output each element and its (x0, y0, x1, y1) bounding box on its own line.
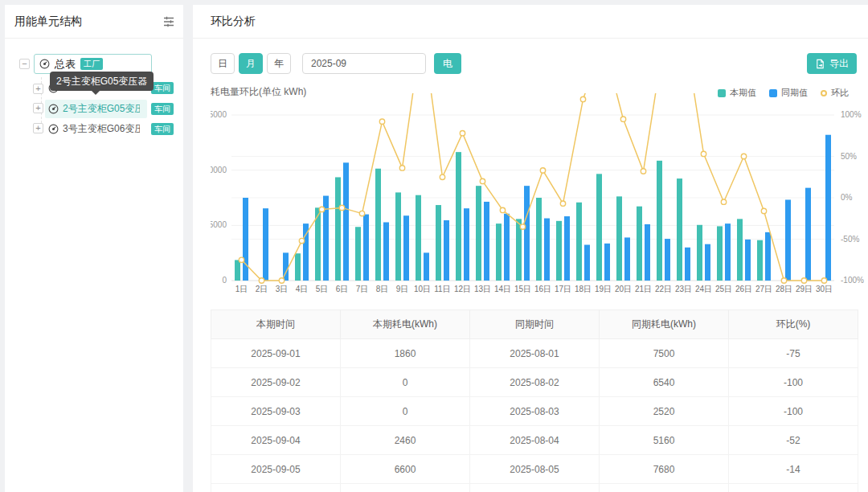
node-type-badge: 车间 (151, 103, 174, 115)
ratio-point (620, 117, 625, 121)
table-cell: 2025-09-05 (211, 455, 341, 484)
period-button[interactable]: 月 (239, 53, 263, 74)
svg-text:13日: 13日 (474, 285, 491, 293)
ratio-point (379, 119, 384, 124)
table-cell: 7500 (600, 339, 729, 368)
table-cell: -100 (729, 397, 858, 426)
svg-text:7日: 7日 (356, 285, 369, 293)
ratio-point (399, 166, 404, 170)
tree-node-transformer-g05[interactable]: 2号主变柜G05变压... 车间 (45, 100, 174, 118)
ratio-point (359, 211, 364, 215)
node-type-badge: 工厂 (80, 58, 103, 70)
export-button[interactable]: 导出 (807, 53, 857, 74)
tree-node-transformer-g06[interactable]: 3号主变柜G06变压... 车间 (45, 120, 174, 138)
tree-tooltip: 2号主变柜G05变压器 (50, 72, 154, 91)
expand-toggle[interactable]: + (33, 123, 43, 133)
table-cell: 5160 (600, 426, 729, 455)
comparison-chart[interactable]: 050001000015000-100%-50%0%50%100%1日2日3日4… (211, 84, 868, 299)
ratio-point (761, 208, 766, 213)
svg-text:1日: 1日 (235, 285, 248, 293)
svg-text:25日: 25日 (715, 285, 732, 293)
table-row: 2025-09-0202025-08-026540-100 (211, 368, 858, 397)
ratio-point (641, 169, 645, 174)
svg-text:20日: 20日 (615, 285, 632, 293)
ring-ratio-analysis-panel: 环比分析 日月年 电 导出 耗电量环比(单位 kWh) 本期值同期值环比 050… (193, 5, 868, 492)
ratio-point (801, 278, 806, 283)
table-cell: 0 (341, 368, 470, 397)
svg-text:23日: 23日 (675, 285, 692, 293)
table-cell: -52 (729, 426, 858, 455)
export-label: 导出 (829, 57, 849, 71)
table-cell: 2025-08-01 (470, 339, 600, 368)
svg-text:29日: 29日 (796, 285, 813, 293)
ratio-point (279, 278, 284, 283)
sidebar-title: 用能单元结构 (5, 5, 183, 39)
node-type-badge: 车间 (151, 123, 174, 135)
svg-text:16日: 16日 (534, 285, 551, 293)
svg-text:15日: 15日 (514, 285, 531, 293)
table-cell: 2460 (341, 426, 470, 455)
svg-text:14日: 14日 (494, 285, 511, 293)
ratio-point (239, 257, 244, 262)
table-cell: 2025-09-02 (211, 368, 341, 397)
filter-icon[interactable] (162, 15, 175, 28)
date-input[interactable] (302, 53, 426, 74)
bars-current-period (235, 152, 763, 281)
right-axis-labels: -100%-50%0%50%100% (841, 110, 864, 285)
period-button[interactable]: 年 (267, 53, 291, 74)
svg-text:3日: 3日 (276, 285, 289, 293)
svg-text:-50%: -50% (841, 235, 859, 244)
column-header: 本期耗电(kWh) (341, 310, 470, 339)
ratio-point (460, 131, 465, 136)
table-cell: 2025-09-03 (211, 397, 341, 426)
ratio-point (560, 201, 565, 206)
tree-node-label: 2号主变柜G05变压... (63, 102, 140, 116)
svg-text:0%: 0% (841, 193, 853, 202)
expand-toggle[interactable]: + (33, 103, 43, 113)
table-cell: -75 (729, 339, 858, 368)
table-cell: -100 (729, 368, 858, 397)
table-row: 2025-09-0693602025-08-0610680-12 (211, 484, 858, 492)
svg-text:24日: 24日 (695, 285, 712, 293)
energy-type-button[interactable]: 电 (434, 53, 461, 74)
table-row: 2025-09-0302025-08-032520-100 (211, 397, 858, 426)
svg-text:21日: 21日 (635, 285, 652, 293)
table-cell: 2025-09-01 (211, 339, 341, 368)
table-cell: -12 (729, 484, 858, 492)
meter-icon (39, 59, 50, 69)
svg-text:10000: 10000 (211, 166, 227, 174)
ratio-point (781, 278, 786, 283)
table-header-row: 本期时间 本期耗电(kWh) 同期时间 同期耗电(kWh) 环比(%) (211, 310, 858, 339)
svg-text:0: 0 (222, 276, 227, 285)
table-cell: 1860 (341, 339, 470, 368)
tree-node-label: 总表 (55, 57, 76, 72)
energy-unit-panel: 用能单元结构 − 总表 工厂 + 车间 + 2号主变柜G05变压... 车间 + (5, 5, 183, 492)
meter-icon (48, 124, 59, 134)
svg-text:10日: 10日 (414, 285, 431, 293)
svg-text:8日: 8日 (376, 285, 389, 293)
tree-node-label: 3号主变柜G06变压... (63, 122, 140, 136)
table-row: 2025-09-0118602025-08-017500-75 (211, 339, 858, 368)
period-button[interactable]: 日 (211, 53, 235, 74)
svg-text:12日: 12日 (454, 285, 471, 293)
table-cell: 2025-08-04 (470, 426, 600, 455)
column-header: 本期时间 (211, 310, 341, 339)
ratio-point (500, 207, 505, 212)
ratio-point (299, 238, 304, 243)
ratio-point (319, 207, 324, 211)
svg-text:50%: 50% (841, 152, 857, 161)
expand-toggle[interactable]: + (33, 84, 43, 94)
table-row: 2025-09-0566002025-08-057680-14 (211, 455, 858, 484)
svg-text:26日: 26日 (735, 285, 752, 293)
svg-text:22日: 22日 (655, 285, 672, 293)
ratio-point (741, 154, 746, 158)
table-cell: 2025-08-02 (470, 368, 600, 397)
svg-text:28日: 28日 (776, 285, 792, 293)
ratio-point (520, 224, 525, 229)
collapse-toggle[interactable]: − (19, 59, 30, 69)
node-type-badge: 车间 (151, 82, 174, 94)
table-cell: 0 (341, 397, 470, 426)
ratio-point (339, 205, 344, 210)
table-cell: -14 (729, 455, 858, 484)
table-cell: 7680 (600, 455, 729, 484)
